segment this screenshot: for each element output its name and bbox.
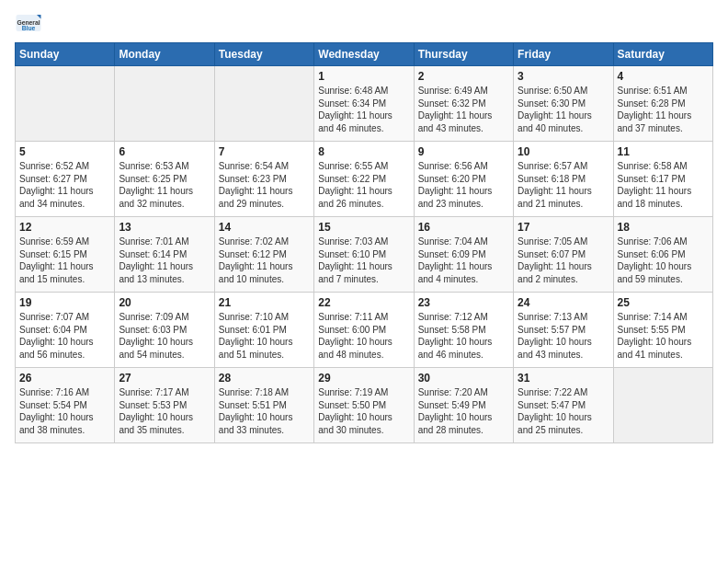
cell-info-line: Sunset: 5:54 PM — [19, 399, 110, 412]
cell-info-line: and 10 minutes. — [219, 273, 310, 286]
cell-info-line: and 25 minutes. — [518, 424, 609, 437]
day-cell: 2Sunrise: 6:49 AMSunset: 6:32 PMDaylight… — [414, 66, 513, 142]
cell-info-line: Sunrise: 7:01 AM — [119, 236, 210, 248]
day-cell: 13Sunrise: 7:01 AMSunset: 6:14 PMDayligh… — [115, 217, 214, 293]
day-cell — [115, 66, 214, 142]
cell-info-line: Daylight: 11 hours — [19, 185, 110, 198]
cell-info-line: and 29 minutes. — [219, 198, 310, 211]
day-cell: 3Sunrise: 6:50 AMSunset: 6:30 PMDaylight… — [514, 66, 613, 142]
cell-info-line: Sunrise: 7:07 AM — [19, 311, 110, 324]
week-row-3: 12Sunrise: 6:59 AMSunset: 6:15 PMDayligh… — [16, 217, 713, 293]
day-cell: 29Sunrise: 7:19 AMSunset: 5:50 PMDayligh… — [314, 368, 414, 443]
cell-info-line: Daylight: 11 hours — [418, 260, 509, 273]
cell-info-line: and 32 minutes. — [119, 198, 210, 211]
day-number: 26 — [19, 372, 110, 385]
day-cell: 28Sunrise: 7:18 AMSunset: 5:51 PMDayligh… — [214, 368, 313, 443]
day-cell: 16Sunrise: 7:04 AMSunset: 6:09 PMDayligh… — [414, 217, 513, 293]
cell-info-line: Sunset: 6:34 PM — [318, 98, 409, 110]
day-number: 28 — [219, 372, 310, 385]
page-header: General Blue — [15, 9, 713, 37]
cell-info-line: and 21 minutes. — [518, 198, 609, 211]
cell-info-line: Sunset: 5:58 PM — [418, 324, 509, 337]
cell-info-line: Daylight: 11 hours — [518, 109, 609, 122]
cell-info-line: Sunset: 6:32 PM — [418, 98, 509, 110]
day-number: 7 — [219, 145, 310, 158]
day-cell: 30Sunrise: 7:20 AMSunset: 5:49 PMDayligh… — [414, 368, 513, 443]
day-number: 8 — [318, 145, 409, 158]
week-row-5: 26Sunrise: 7:16 AMSunset: 5:54 PMDayligh… — [16, 368, 713, 443]
day-number: 18 — [618, 221, 709, 234]
day-cell: 11Sunrise: 6:58 AMSunset: 6:17 PMDayligh… — [613, 142, 712, 217]
day-number: 11 — [618, 145, 709, 158]
cell-info-line: Sunset: 5:49 PM — [418, 399, 509, 412]
week-row-4: 19Sunrise: 7:07 AMSunset: 6:04 PMDayligh… — [16, 293, 713, 368]
day-number: 6 — [119, 145, 210, 158]
day-number: 9 — [418, 145, 509, 158]
day-cell: 5Sunrise: 6:52 AMSunset: 6:27 PMDaylight… — [16, 142, 115, 217]
col-header-tuesday: Tuesday — [214, 43, 313, 66]
cell-info-line: Sunrise: 7:04 AM — [418, 236, 509, 248]
week-row-1: 1Sunrise: 6:48 AMSunset: 6:34 PMDaylight… — [16, 66, 713, 142]
cell-info-line: and 59 minutes. — [618, 273, 709, 286]
cell-info-line: Sunset: 6:25 PM — [119, 173, 210, 186]
cell-info-line: Daylight: 11 hours — [219, 185, 310, 198]
day-number: 31 — [518, 372, 609, 385]
day-cell: 26Sunrise: 7:16 AMSunset: 5:54 PMDayligh… — [16, 368, 115, 443]
day-number: 5 — [19, 145, 110, 158]
day-number: 4 — [618, 70, 709, 83]
cell-info-line: and 56 minutes. — [19, 349, 110, 362]
cell-info-line: Sunset: 6:22 PM — [318, 173, 409, 186]
day-number: 15 — [318, 221, 409, 234]
cell-info-line: and 51 minutes. — [219, 349, 310, 362]
day-cell: 6Sunrise: 6:53 AMSunset: 6:25 PMDaylight… — [115, 142, 214, 217]
day-number: 27 — [119, 372, 210, 385]
cell-info-line: and 43 minutes. — [518, 349, 609, 362]
cell-info-line: Daylight: 10 hours — [119, 336, 210, 349]
cell-info-line: Sunrise: 6:49 AM — [418, 85, 509, 98]
day-number: 12 — [19, 221, 110, 234]
day-number: 1 — [318, 70, 409, 83]
cell-info-line: Sunset: 6:20 PM — [418, 173, 509, 186]
cell-info-line: Sunrise: 7:13 AM — [518, 311, 609, 324]
cell-info-line: Sunset: 5:57 PM — [518, 324, 609, 337]
cell-info-line: and 2 minutes. — [518, 273, 609, 286]
col-header-sunday: Sunday — [16, 43, 115, 66]
cell-info-line: and 7 minutes. — [318, 273, 409, 286]
cell-info-line: Sunrise: 6:51 AM — [618, 85, 709, 98]
day-number: 30 — [418, 372, 509, 385]
cell-info-line: Sunset: 6:18 PM — [518, 173, 609, 186]
day-number: 22 — [318, 296, 409, 309]
day-number: 24 — [518, 296, 609, 309]
day-cell: 15Sunrise: 7:03 AMSunset: 6:10 PMDayligh… — [314, 217, 414, 293]
cell-info-line: Daylight: 11 hours — [418, 109, 509, 122]
svg-text:General: General — [17, 19, 40, 26]
cell-info-line: Daylight: 11 hours — [19, 260, 110, 273]
cell-info-line: Sunset: 5:50 PM — [318, 399, 409, 412]
col-header-monday: Monday — [115, 43, 214, 66]
day-number: 2 — [418, 70, 509, 83]
cell-info-line: and 18 minutes. — [618, 198, 709, 211]
cell-info-line: Daylight: 10 hours — [19, 411, 110, 424]
day-cell: 7Sunrise: 6:54 AMSunset: 6:23 PMDaylight… — [214, 142, 313, 217]
cell-info-line: Sunset: 6:03 PM — [119, 324, 210, 337]
day-number: 21 — [219, 296, 310, 309]
cell-info-line: Sunrise: 6:57 AM — [518, 160, 609, 173]
cell-info-line: and 33 minutes. — [219, 424, 310, 437]
day-cell: 25Sunrise: 7:14 AMSunset: 5:55 PMDayligh… — [613, 293, 712, 368]
cell-info-line: Sunrise: 7:16 AM — [19, 386, 110, 399]
cell-info-line: and 46 minutes. — [318, 122, 409, 135]
week-row-2: 5Sunrise: 6:52 AMSunset: 6:27 PMDaylight… — [16, 142, 713, 217]
day-cell: 27Sunrise: 7:17 AMSunset: 5:53 PMDayligh… — [115, 368, 214, 443]
day-cell: 22Sunrise: 7:11 AMSunset: 6:00 PMDayligh… — [314, 293, 414, 368]
day-number: 25 — [618, 296, 709, 309]
cell-info-line: Sunrise: 6:54 AM — [219, 160, 310, 173]
cell-info-line: Sunrise: 7:20 AM — [418, 386, 509, 399]
cell-info-line: Sunrise: 6:56 AM — [418, 160, 509, 173]
day-cell: 4Sunrise: 6:51 AMSunset: 6:28 PMDaylight… — [613, 66, 712, 142]
day-cell: 20Sunrise: 7:09 AMSunset: 6:03 PMDayligh… — [115, 293, 214, 368]
cell-info-line: Daylight: 10 hours — [219, 411, 310, 424]
cell-info-line: Daylight: 10 hours — [418, 411, 509, 424]
cell-info-line: Sunrise: 6:55 AM — [318, 160, 409, 173]
cell-info-line: and 40 minutes. — [518, 122, 609, 135]
cell-info-line: Daylight: 10 hours — [119, 411, 210, 424]
